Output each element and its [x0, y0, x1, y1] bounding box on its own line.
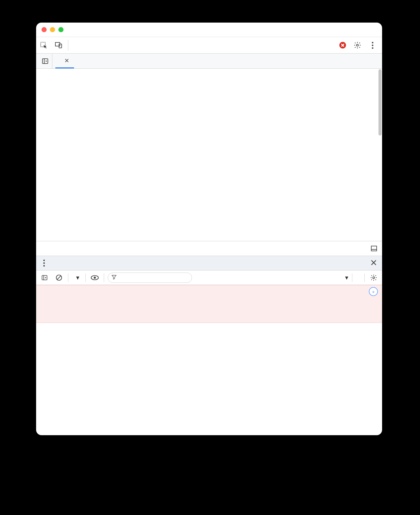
- minimize-icon[interactable]: [50, 27, 55, 32]
- clear-console-icon[interactable]: [54, 272, 64, 283]
- console-prompt[interactable]: [36, 323, 382, 328]
- svg-point-19: [94, 276, 96, 279]
- context-selector[interactable]: ▾: [72, 274, 82, 281]
- filter-icon: [112, 274, 116, 281]
- show-navigator-icon[interactable]: [38, 54, 52, 68]
- chevron-down-icon: ▾: [345, 274, 348, 281]
- code-editor[interactable]: [36, 69, 382, 241]
- device-toggle-icon[interactable]: [51, 37, 66, 54]
- editor-statusbar: [36, 241, 382, 256]
- close-tab-icon[interactable]: [64, 58, 70, 64]
- svg-point-20: [373, 277, 375, 279]
- console-filter-input[interactable]: [108, 273, 192, 283]
- drawer-menu-icon[interactable]: [38, 258, 50, 269]
- svg-rect-9: [371, 246, 377, 251]
- console-output: ✧: [36, 285, 382, 328]
- traffic-lights: [42, 27, 63, 32]
- divider: [104, 273, 104, 282]
- console-toolbar: ▾ ▾: [36, 270, 382, 285]
- error-icon: [339, 42, 346, 48]
- log-levels-selector[interactable]: ▾: [343, 274, 348, 281]
- code-content[interactable]: [54, 69, 382, 241]
- main-toolbar: [36, 37, 382, 54]
- chevron-down-icon: ▾: [76, 274, 79, 281]
- inspect-icon[interactable]: [36, 37, 51, 54]
- console-settings-icon[interactable]: [368, 272, 379, 283]
- divider: [68, 40, 68, 51]
- line-gutter: [36, 69, 54, 241]
- more-tabs-icon[interactable]: [74, 40, 85, 51]
- file-tab[interactable]: [55, 54, 74, 68]
- svg-line-17: [57, 276, 61, 279]
- console-sidebar-icon[interactable]: [39, 272, 50, 283]
- fullscreen-icon[interactable]: [58, 27, 63, 32]
- dock-icon[interactable]: [369, 245, 378, 252]
- svg-point-3: [357, 44, 359, 46]
- close-icon[interactable]: [42, 27, 47, 32]
- console-error-entry[interactable]: ✧: [36, 285, 382, 323]
- kebab-menu-icon[interactable]: [367, 40, 378, 51]
- divider: [68, 273, 68, 282]
- divider: [352, 273, 352, 282]
- sources-file-tabs: [36, 54, 382, 69]
- svg-rect-4: [42, 59, 48, 64]
- divider: [364, 273, 365, 282]
- ai-explain-icon[interactable]: ✧: [369, 287, 378, 296]
- scrollbar[interactable]: [378, 69, 381, 136]
- svg-marker-15: [45, 277, 46, 279]
- error-count-badge[interactable]: [339, 42, 348, 48]
- close-drawer-icon[interactable]: [367, 259, 380, 267]
- svg-marker-6: [46, 60, 47, 62]
- titlebar: [36, 23, 382, 37]
- svg-rect-13: [42, 275, 47, 280]
- drawer-tabs: [36, 256, 382, 270]
- settings-icon[interactable]: [352, 40, 363, 51]
- live-expression-icon[interactable]: [89, 272, 100, 283]
- devtools-window: ▾ ▾ ✧: [36, 23, 382, 435]
- divider: [85, 273, 86, 282]
